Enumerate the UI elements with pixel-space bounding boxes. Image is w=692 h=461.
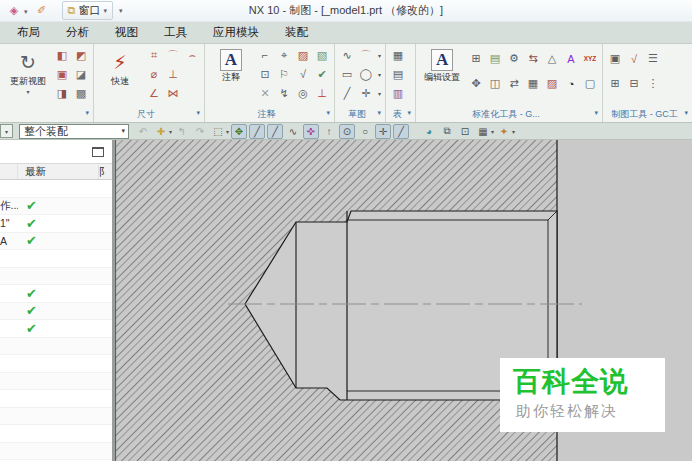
recall-selection-icon[interactable]: ↷	[192, 124, 208, 139]
previous-selection-icon[interactable]: ↰	[174, 124, 190, 139]
navigator-row-6[interactable]	[0, 268, 112, 286]
brush-tool-icon[interactable]: ✐	[34, 3, 50, 19]
navigator-row-14[interactable]	[0, 408, 112, 426]
navigator-row-10[interactable]	[0, 338, 112, 356]
detail-view-icon[interactable]: ◪	[72, 65, 90, 83]
frame-icon[interactable]: ▢	[581, 75, 599, 93]
select-add-icon[interactable]: ✚	[153, 124, 169, 139]
vertex-snap-icon[interactable]: ↑	[321, 124, 337, 139]
crosshatch-icon[interactable]: ▨	[294, 46, 312, 64]
more-tools-icon[interactable]: ⋮	[644, 75, 662, 93]
navigator-row-16[interactable]	[0, 443, 112, 461]
break-view-icon[interactable]: ▩	[72, 84, 90, 102]
sketch-group-dropdown-arrow-icon[interactable]: ▾	[377, 52, 382, 59]
attribute-sync-icon[interactable]: ⊞	[467, 50, 485, 68]
check-symbol-icon[interactable]: ✔	[313, 65, 331, 83]
tabular-note-icon[interactable]: ▤	[389, 65, 407, 83]
quadrant-snap-icon[interactable]: ○	[357, 124, 373, 139]
balloon-icon[interactable]: ⚐	[275, 65, 293, 83]
angular-dimension-icon[interactable]: ∠	[145, 84, 163, 102]
endpoint-snap-icon[interactable]: ╱	[249, 124, 265, 139]
display-tool-icon[interactable]: ▦	[475, 124, 491, 139]
navigator-row-3[interactable]: 1"✔	[0, 215, 112, 233]
profile-icon[interactable]: ∿	[338, 46, 356, 64]
section-view-icon[interactable]: ◩	[72, 46, 90, 64]
weld-symbol-icon[interactable]: ⊥	[313, 84, 331, 102]
title-block-icon[interactable]: ▤	[486, 50, 504, 68]
parts-list-icon[interactable]: ▥	[389, 84, 407, 102]
clip-tool-icon[interactable]: ◈	[6, 3, 22, 19]
annotation-group-overflow-arrow-icon[interactable]: ▾	[326, 109, 330, 117]
edit-settings-button[interactable]: A编辑设置	[419, 46, 465, 84]
chamfer-dimension-icon[interactable]: ⌒	[164, 46, 182, 64]
menu-tab-2[interactable]: 分析	[53, 22, 102, 43]
select-add-icon-arrow-icon[interactable]: ▾	[169, 128, 172, 135]
window-tool-icon[interactable]: ⧉	[439, 124, 455, 139]
navigator-row-12[interactable]	[0, 373, 112, 391]
measure-tool-icon[interactable]: ✦	[496, 124, 512, 139]
menu-tab-1[interactable]: 布局	[4, 22, 53, 43]
xyz-coordinate-icon[interactable]: XYZ	[581, 50, 599, 68]
menu-tab-4[interactable]: 工具	[151, 22, 200, 43]
sheet-settings-icon[interactable]: ⊞	[606, 75, 624, 93]
rapid-dimension-button[interactable]: ⚡快速	[97, 46, 143, 88]
rectangle-icon[interactable]: ▭	[338, 65, 356, 83]
navigator-row-13[interactable]	[0, 390, 112, 408]
face-snap-icon[interactable]: ◕	[421, 124, 437, 139]
navigator-row-2[interactable]: 作...✔	[0, 198, 112, 216]
sketch-group-overflow-arrow-icon[interactable]: ▾	[378, 109, 382, 117]
note-button[interactable]: A注释	[208, 46, 254, 84]
navigator-row-1[interactable]	[0, 180, 112, 198]
navigator-row-5[interactable]	[0, 250, 112, 268]
navigator-header-uptodate[interactable]: 最新	[18, 165, 98, 179]
dimension-group-overflow-arrow-icon[interactable]: ▾	[196, 109, 200, 117]
thickness-dimension-icon[interactable]: ⊥	[164, 65, 182, 83]
new-sheet-icon[interactable]: ◧	[53, 46, 71, 64]
drafting-tools-group-overflow-arrow-icon[interactable]: ▾	[684, 109, 688, 117]
base-view-icon[interactable]: ▣	[53, 65, 71, 83]
arc-length-dimension-icon[interactable]: ⌢	[183, 46, 201, 64]
roughness-tool-icon[interactable]: √	[625, 50, 643, 68]
datum-feature-icon[interactable]: ⊡	[256, 65, 274, 83]
navigator-header-col3[interactable]: 阝	[98, 165, 112, 179]
customize-quick-access-icon[interactable]: ▾	[119, 7, 123, 15]
list-tool-icon[interactable]: ⊟	[625, 75, 643, 93]
deselect-icon[interactable]: ↶	[135, 124, 151, 139]
clip-tool-icon-arrow[interactable]: ▾	[24, 8, 28, 15]
display-tool-icon-arrow-icon[interactable]: ▾	[491, 128, 494, 135]
export-sheet-icon[interactable]: ⇄	[505, 75, 523, 93]
navigator-row-8[interactable]: ✔	[0, 303, 112, 321]
view-tool-icon[interactable]: ⊡	[457, 124, 473, 139]
snap-point-toggle-icon[interactable]: ✥	[231, 124, 247, 139]
datum-target-icon[interactable]: ⌖	[275, 46, 293, 64]
view-style-dropdown[interactable]: ▾	[0, 124, 13, 138]
navigator-row-4[interactable]: A✔	[0, 233, 112, 251]
update-view-button[interactable]: ↻更新视图▾	[5, 46, 51, 95]
navigator-row-9[interactable]: ✔	[0, 320, 112, 338]
feature-control-frame-icon[interactable]: ⌐	[256, 46, 274, 64]
circle-icon[interactable]: ◯	[357, 65, 375, 83]
table-icon[interactable]: ▦	[389, 46, 407, 64]
text-style-icon[interactable]: A	[562, 50, 580, 68]
standardization-group-overflow-arrow-icon[interactable]: ▾	[595, 109, 599, 117]
sketch-group-dropdown-arrow-icon[interactable]: ▾	[377, 90, 382, 97]
center-snap-icon[interactable]: ⊙	[339, 124, 355, 139]
midpoint-snap-icon[interactable]: ╱	[267, 124, 283, 139]
table-group-overflow-arrow-icon[interactable]: ▾	[408, 109, 412, 117]
borders-zones-icon[interactable]: ◫	[486, 75, 504, 93]
marquee-select-icon[interactable]: ⬚	[210, 124, 226, 139]
panel-restore-icon[interactable]	[92, 147, 104, 157]
navigator-row-7[interactable]: ✔	[0, 285, 112, 303]
image-icon[interactable]: ▧	[313, 46, 331, 64]
magnifier-icon[interactable]: ◎	[294, 84, 312, 102]
navigator-row-15[interactable]	[0, 425, 112, 443]
drawing-frame-icon[interactable]: ▣	[606, 50, 624, 68]
surface-finish-icon[interactable]: √	[294, 65, 312, 83]
view-group-overflow-arrow-icon[interactable]: ▾	[85, 109, 89, 117]
linear-dimension-icon[interactable]: ⌗	[145, 46, 163, 64]
radial-dimension-icon[interactable]: ⌀	[145, 65, 163, 83]
replace-template-icon[interactable]: ✥	[467, 75, 485, 93]
ball-mark-icon[interactable]: ◔	[562, 75, 580, 93]
arc-icon[interactable]: ⌒	[357, 46, 375, 64]
navigator-row-11[interactable]	[0, 355, 112, 373]
